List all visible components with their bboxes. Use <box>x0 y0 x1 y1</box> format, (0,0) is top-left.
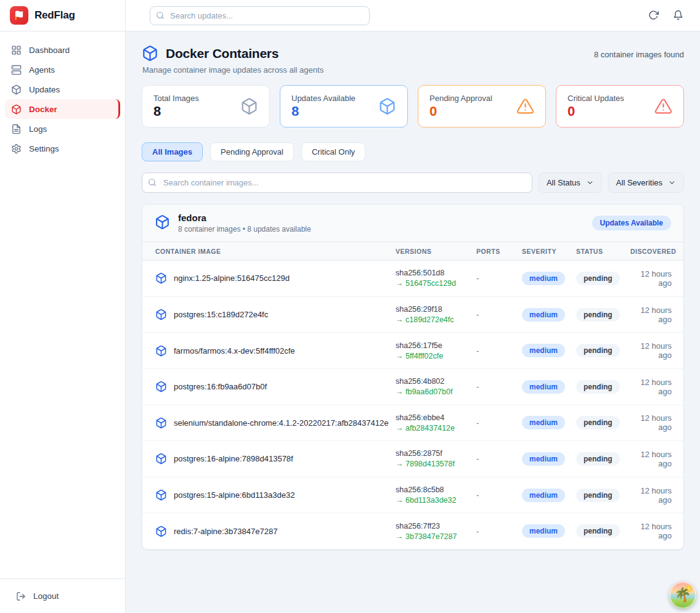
status-badge: pending <box>576 489 620 502</box>
stat-label: Critical Updates <box>568 94 624 103</box>
update-target-sha: → c189d272e4fc <box>396 315 476 324</box>
table-row[interactable]: redis:7-alpine:3b73847e7287 sha256:7ff23… <box>142 513 683 550</box>
current-sha: sha256:29f18 <box>396 305 476 314</box>
page-head: Docker Containers 8 container images fou… <box>142 45 684 62</box>
topbar <box>126 0 700 31</box>
update-target-sha: → fb9aa6d07b0f <box>396 388 476 396</box>
image-search <box>142 173 532 193</box>
container-icon <box>155 526 167 537</box>
server-icon <box>11 65 22 75</box>
table-row[interactable]: selenium/standalone-chrome:4.1.2-2022021… <box>142 405 683 442</box>
sidebar-nav: Dashboard Agents Updates Docker Logs Set… <box>0 31 125 578</box>
logout-icon <box>16 591 26 601</box>
gear-icon <box>11 144 22 154</box>
sidebar-item-label: Logs <box>29 124 47 134</box>
tab-critical-only[interactable]: Critical Only <box>301 142 365 161</box>
container-icon <box>155 381 167 392</box>
severity-select[interactable]: All Severities <box>608 173 684 193</box>
table-row[interactable]: postgres:15:c189d272e4fc sha256:29f18 → … <box>142 297 683 333</box>
status-select-value: All Status <box>547 178 580 187</box>
table-row[interactable]: postgres:16-alpine:7898d413578f sha256:2… <box>142 441 683 477</box>
update-target-sha: → 3b73847e7287 <box>396 532 476 541</box>
sidebar-item-agents[interactable]: Agents <box>5 60 120 79</box>
discovered-time: 12 hours ago <box>630 522 672 540</box>
sidebar-item-label: Updates <box>29 85 60 94</box>
table-row[interactable]: farmos/farmos:4.x-dev:5ff4fff02cfe sha25… <box>142 333 683 369</box>
sidebar-item-label: Docker <box>29 105 57 114</box>
severity-badge: medium <box>522 272 565 285</box>
search-icon <box>148 178 157 187</box>
severity-badge: medium <box>522 489 565 502</box>
severity-badge: medium <box>522 416 565 429</box>
sidebar-item-docker[interactable]: Docker <box>5 99 120 119</box>
stat-value: 8 <box>291 104 356 119</box>
sidebar-item-settings[interactable]: Settings <box>5 139 120 158</box>
redflag-logo-icon <box>10 6 28 25</box>
status-badge: pending <box>576 380 620 394</box>
ports-value: - <box>476 454 522 463</box>
status-select[interactable]: All Status <box>539 173 602 193</box>
image-search-input[interactable] <box>142 173 532 193</box>
severity-badge: medium <box>522 380 565 394</box>
logout-button[interactable]: Logout <box>0 578 125 613</box>
stat-label: Pending Approval <box>429 94 492 103</box>
table-header-row: Container Image Versions Ports Severity … <box>142 242 683 261</box>
table-row[interactable]: postgres:16:fb9aa6d07b0f sha256:4b802 → … <box>142 369 683 405</box>
sidebar-item-logs[interactable]: Logs <box>5 119 120 139</box>
severity-select-value: All Severities <box>616 178 662 187</box>
ports-value: - <box>476 274 522 283</box>
discovered-time: 12 hours ago <box>630 413 672 432</box>
container-image-name: postgres:15-alpine:6bd113a3de32 <box>174 490 295 500</box>
status-badge: pending <box>576 416 620 429</box>
global-search <box>150 6 370 25</box>
brand-header: RedFlag <box>0 0 125 31</box>
file-text-icon <box>11 124 22 134</box>
group-header-fedora: fedora 8 container images • 8 updates av… <box>142 205 683 242</box>
table-row[interactable]: nginx:1.25-alpine:516475cc129d sha256:50… <box>142 261 683 297</box>
status-badge: pending <box>576 524 620 538</box>
table-row[interactable]: postgres:15-alpine:6bd113a3de32 sha256:8… <box>142 477 683 514</box>
table-body: nginx:1.25-alpine:516475cc129d sha256:50… <box>142 261 683 550</box>
status-badge: pending <box>576 452 620 466</box>
docker-containers-icon <box>142 45 158 62</box>
column-header: Ports <box>476 248 522 255</box>
severity-badge: medium <box>522 308 565 322</box>
ports-value: - <box>476 418 522 428</box>
container-image-name: selenium/standalone-chrome:4.1.2-2022021… <box>174 418 388 428</box>
island-icon[interactable]: 🌴 <box>669 582 696 609</box>
container-icon <box>155 272 167 284</box>
tab-all-images[interactable]: All Images <box>142 142 203 161</box>
status-badge: pending <box>576 272 620 285</box>
current-sha: sha256:4b802 <box>396 377 476 386</box>
container-icon <box>155 345 167 357</box>
current-sha: sha256:7ff23 <box>396 522 476 530</box>
alert-triangle-icon <box>654 97 672 115</box>
status-badge: pending <box>576 344 620 357</box>
update-target-sha: → afb28437412e <box>396 424 476 432</box>
package-icon <box>240 97 258 115</box>
bell-icon[interactable] <box>673 10 684 21</box>
refresh-icon[interactable] <box>648 10 659 21</box>
sidebar-item-dashboard[interactable]: Dashboard <box>5 40 120 60</box>
sidebar-item-updates[interactable]: Updates <box>5 79 120 99</box>
sidebar-item-label: Settings <box>29 144 59 153</box>
global-search-input[interactable] <box>150 6 370 25</box>
container-icon <box>155 417 167 429</box>
page-title: Docker Containers <box>166 46 279 61</box>
page-content: Docker Containers 8 container images fou… <box>126 31 700 564</box>
brand-name: RedFlag <box>35 9 75 22</box>
ports-value: - <box>476 382 522 391</box>
filter-row: All Status All Severities <box>142 173 684 193</box>
severity-badge: medium <box>522 452 565 466</box>
sidebar-item-label: Agents <box>29 65 55 75</box>
stat-value: 0 <box>568 104 624 119</box>
current-sha: sha256:ebbe4 <box>396 413 476 422</box>
container-image-name: postgres:16:fb9aa6d07b0f <box>174 382 267 391</box>
discovered-time: 12 hours ago <box>630 450 672 468</box>
column-header: Versions <box>396 248 476 255</box>
page-subtitle: Manage container image updates across al… <box>142 65 684 75</box>
group-meta: 8 container images • 8 updates available <box>178 225 311 233</box>
column-header: Status <box>576 248 630 255</box>
package-icon <box>378 97 396 115</box>
tab-pending-approval[interactable]: Pending Approval <box>210 142 294 161</box>
